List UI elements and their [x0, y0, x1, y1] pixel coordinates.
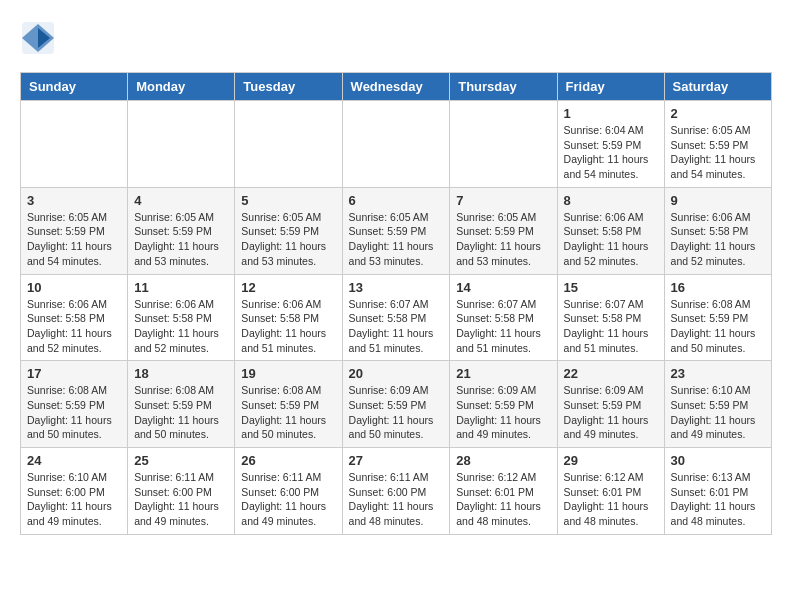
day-number: 24 — [27, 453, 121, 468]
day-number: 15 — [564, 280, 658, 295]
day-info: Sunrise: 6:09 AM Sunset: 5:59 PM Dayligh… — [456, 383, 550, 442]
day-info: Sunrise: 6:06 AM Sunset: 5:58 PM Dayligh… — [134, 297, 228, 356]
calendar-cell — [128, 101, 235, 188]
calendar-day-header: Saturday — [664, 73, 771, 101]
calendar-cell: 4Sunrise: 6:05 AM Sunset: 5:59 PM Daylig… — [128, 187, 235, 274]
calendar-cell: 12Sunrise: 6:06 AM Sunset: 5:58 PM Dayli… — [235, 274, 342, 361]
header — [20, 20, 772, 56]
calendar-header-row: SundayMondayTuesdayWednesdayThursdayFrid… — [21, 73, 772, 101]
day-info: Sunrise: 6:05 AM Sunset: 5:59 PM Dayligh… — [241, 210, 335, 269]
calendar-cell: 26Sunrise: 6:11 AM Sunset: 6:00 PM Dayli… — [235, 448, 342, 535]
day-number: 12 — [241, 280, 335, 295]
day-number: 13 — [349, 280, 444, 295]
day-info: Sunrise: 6:05 AM Sunset: 5:59 PM Dayligh… — [671, 123, 765, 182]
day-info: Sunrise: 6:06 AM Sunset: 5:58 PM Dayligh… — [671, 210, 765, 269]
calendar-cell: 3Sunrise: 6:05 AM Sunset: 5:59 PM Daylig… — [21, 187, 128, 274]
calendar-cell: 5Sunrise: 6:05 AM Sunset: 5:59 PM Daylig… — [235, 187, 342, 274]
day-number: 25 — [134, 453, 228, 468]
calendar-day-header: Friday — [557, 73, 664, 101]
day-number: 6 — [349, 193, 444, 208]
day-info: Sunrise: 6:05 AM Sunset: 5:59 PM Dayligh… — [27, 210, 121, 269]
day-info: Sunrise: 6:05 AM Sunset: 5:59 PM Dayligh… — [134, 210, 228, 269]
calendar-cell: 9Sunrise: 6:06 AM Sunset: 5:58 PM Daylig… — [664, 187, 771, 274]
day-info: Sunrise: 6:12 AM Sunset: 6:01 PM Dayligh… — [456, 470, 550, 529]
calendar-cell: 19Sunrise: 6:08 AM Sunset: 5:59 PM Dayli… — [235, 361, 342, 448]
day-number: 29 — [564, 453, 658, 468]
day-info: Sunrise: 6:10 AM Sunset: 6:00 PM Dayligh… — [27, 470, 121, 529]
day-number: 27 — [349, 453, 444, 468]
day-number: 14 — [456, 280, 550, 295]
day-number: 18 — [134, 366, 228, 381]
calendar-cell: 25Sunrise: 6:11 AM Sunset: 6:00 PM Dayli… — [128, 448, 235, 535]
day-info: Sunrise: 6:08 AM Sunset: 5:59 PM Dayligh… — [241, 383, 335, 442]
calendar-cell: 23Sunrise: 6:10 AM Sunset: 5:59 PM Dayli… — [664, 361, 771, 448]
day-info: Sunrise: 6:06 AM Sunset: 5:58 PM Dayligh… — [27, 297, 121, 356]
calendar-week-row: 3Sunrise: 6:05 AM Sunset: 5:59 PM Daylig… — [21, 187, 772, 274]
calendar-week-row: 10Sunrise: 6:06 AM Sunset: 5:58 PM Dayli… — [21, 274, 772, 361]
calendar-cell: 27Sunrise: 6:11 AM Sunset: 6:00 PM Dayli… — [342, 448, 450, 535]
calendar-cell — [21, 101, 128, 188]
day-number: 1 — [564, 106, 658, 121]
calendar-table: SundayMondayTuesdayWednesdayThursdayFrid… — [20, 72, 772, 535]
day-number: 30 — [671, 453, 765, 468]
calendar-day-header: Tuesday — [235, 73, 342, 101]
day-number: 16 — [671, 280, 765, 295]
day-info: Sunrise: 6:07 AM Sunset: 5:58 PM Dayligh… — [564, 297, 658, 356]
day-number: 28 — [456, 453, 550, 468]
day-info: Sunrise: 6:12 AM Sunset: 6:01 PM Dayligh… — [564, 470, 658, 529]
calendar-cell: 21Sunrise: 6:09 AM Sunset: 5:59 PM Dayli… — [450, 361, 557, 448]
day-number: 10 — [27, 280, 121, 295]
day-number: 21 — [456, 366, 550, 381]
calendar-week-row: 24Sunrise: 6:10 AM Sunset: 6:00 PM Dayli… — [21, 448, 772, 535]
day-number: 17 — [27, 366, 121, 381]
calendar-cell — [450, 101, 557, 188]
calendar-day-header: Wednesday — [342, 73, 450, 101]
logo-icon — [20, 20, 56, 56]
calendar-cell — [235, 101, 342, 188]
calendar-cell: 13Sunrise: 6:07 AM Sunset: 5:58 PM Dayli… — [342, 274, 450, 361]
day-info: Sunrise: 6:07 AM Sunset: 5:58 PM Dayligh… — [456, 297, 550, 356]
day-info: Sunrise: 6:11 AM Sunset: 6:00 PM Dayligh… — [241, 470, 335, 529]
calendar-cell: 17Sunrise: 6:08 AM Sunset: 5:59 PM Dayli… — [21, 361, 128, 448]
calendar-cell: 7Sunrise: 6:05 AM Sunset: 5:59 PM Daylig… — [450, 187, 557, 274]
calendar-cell — [342, 101, 450, 188]
day-info: Sunrise: 6:09 AM Sunset: 5:59 PM Dayligh… — [349, 383, 444, 442]
calendar-cell: 30Sunrise: 6:13 AM Sunset: 6:01 PM Dayli… — [664, 448, 771, 535]
day-number: 9 — [671, 193, 765, 208]
day-info: Sunrise: 6:08 AM Sunset: 5:59 PM Dayligh… — [671, 297, 765, 356]
day-number: 22 — [564, 366, 658, 381]
calendar-cell: 24Sunrise: 6:10 AM Sunset: 6:00 PM Dayli… — [21, 448, 128, 535]
day-info: Sunrise: 6:06 AM Sunset: 5:58 PM Dayligh… — [241, 297, 335, 356]
calendar-cell: 14Sunrise: 6:07 AM Sunset: 5:58 PM Dayli… — [450, 274, 557, 361]
calendar-cell: 2Sunrise: 6:05 AM Sunset: 5:59 PM Daylig… — [664, 101, 771, 188]
day-info: Sunrise: 6:11 AM Sunset: 6:00 PM Dayligh… — [134, 470, 228, 529]
day-info: Sunrise: 6:06 AM Sunset: 5:58 PM Dayligh… — [564, 210, 658, 269]
calendar-cell: 15Sunrise: 6:07 AM Sunset: 5:58 PM Dayli… — [557, 274, 664, 361]
calendar-cell: 1Sunrise: 6:04 AM Sunset: 5:59 PM Daylig… — [557, 101, 664, 188]
day-number: 19 — [241, 366, 335, 381]
day-info: Sunrise: 6:13 AM Sunset: 6:01 PM Dayligh… — [671, 470, 765, 529]
calendar-day-header: Sunday — [21, 73, 128, 101]
day-number: 2 — [671, 106, 765, 121]
calendar-cell: 20Sunrise: 6:09 AM Sunset: 5:59 PM Dayli… — [342, 361, 450, 448]
calendar-day-header: Thursday — [450, 73, 557, 101]
day-info: Sunrise: 6:08 AM Sunset: 5:59 PM Dayligh… — [134, 383, 228, 442]
page: SundayMondayTuesdayWednesdayThursdayFrid… — [0, 0, 792, 545]
logo — [20, 20, 60, 56]
day-number: 8 — [564, 193, 658, 208]
calendar-cell: 6Sunrise: 6:05 AM Sunset: 5:59 PM Daylig… — [342, 187, 450, 274]
calendar-cell: 11Sunrise: 6:06 AM Sunset: 5:58 PM Dayli… — [128, 274, 235, 361]
day-info: Sunrise: 6:05 AM Sunset: 5:59 PM Dayligh… — [349, 210, 444, 269]
day-info: Sunrise: 6:11 AM Sunset: 6:00 PM Dayligh… — [349, 470, 444, 529]
day-number: 5 — [241, 193, 335, 208]
day-number: 26 — [241, 453, 335, 468]
calendar-cell: 28Sunrise: 6:12 AM Sunset: 6:01 PM Dayli… — [450, 448, 557, 535]
day-info: Sunrise: 6:05 AM Sunset: 5:59 PM Dayligh… — [456, 210, 550, 269]
calendar-day-header: Monday — [128, 73, 235, 101]
calendar-cell: 18Sunrise: 6:08 AM Sunset: 5:59 PM Dayli… — [128, 361, 235, 448]
day-number: 11 — [134, 280, 228, 295]
day-number: 3 — [27, 193, 121, 208]
calendar-cell: 10Sunrise: 6:06 AM Sunset: 5:58 PM Dayli… — [21, 274, 128, 361]
calendar-cell: 29Sunrise: 6:12 AM Sunset: 6:01 PM Dayli… — [557, 448, 664, 535]
calendar-cell: 16Sunrise: 6:08 AM Sunset: 5:59 PM Dayli… — [664, 274, 771, 361]
